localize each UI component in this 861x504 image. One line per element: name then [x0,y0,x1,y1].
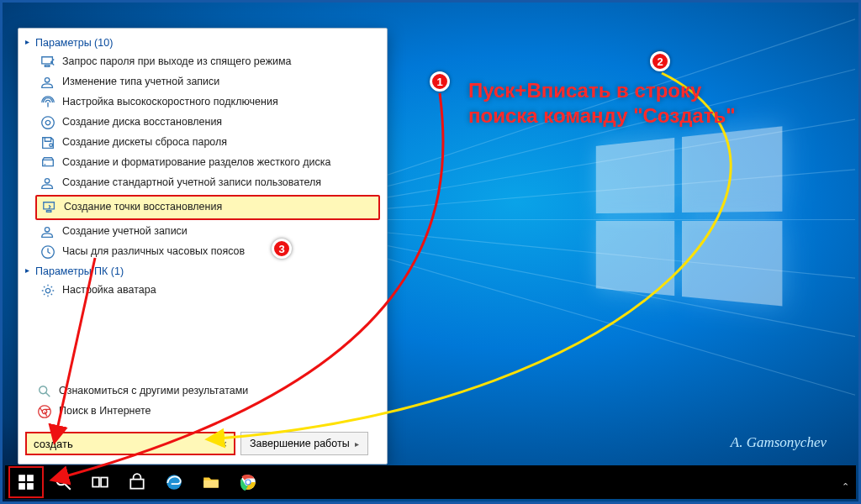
svg-rect-14 [92,478,99,487]
group-header-parametry-pk[interactable]: Параметры ПК (1) [18,262,387,281]
task-view-button[interactable] [82,466,118,498]
svg-rect-8 [18,475,25,481]
svg-point-12 [56,475,66,485]
result-item-8[interactable]: Создание учетной записи [18,222,387,242]
result-item-label: Создание диска восстановления [62,115,222,130]
result-item-0[interactable]: Запрос пароля при выходе из спящего режи… [18,52,387,72]
search-input[interactable] [34,438,217,450]
users-icon [40,176,55,191]
svg-point-20 [246,480,251,485]
network-icon [40,95,55,110]
internet-search-label: Поиск в Интернете [59,404,151,419]
more-results-link[interactable]: Ознакомиться с другими результатами [29,381,378,402]
annotation-badge-1: 1 [430,71,450,92]
result-item-7[interactable]: Создание точки восстановления [35,195,380,220]
result-item-label: Настройка высокоскоростного подключения [62,95,278,110]
annotation-badge-2: 2 [650,51,670,71]
settings-gear-icon [40,283,55,298]
tray-chevron-icon[interactable]: ⌃ [842,481,849,492]
result-pk-item-label: Настройка аватара [62,283,156,298]
result-item-label: Создание дискеты сброса пароля [62,135,227,150]
result-item-9[interactable]: Часы для различных часовых поясов [18,242,387,262]
result-item-3[interactable]: Создание диска восстановления [18,113,387,133]
result-item-label: Изменение типа учетной записи [62,75,219,90]
chrome-button[interactable] [230,466,266,498]
annotation-text: Пуск+Вписать в строку поиска команду "Со… [468,78,736,129]
result-item-label: Создание точки восстановления [64,200,222,215]
magnifier-icon [37,384,52,399]
internet-search-link[interactable]: Поиск в Интернете [29,402,378,422]
more-results-label: Ознакомиться с другими результатами [59,384,248,399]
result-pk-item-0[interactable]: Настройка аватара [18,281,387,301]
taskbar: ⌃ [5,465,856,499]
store-button[interactable] [119,466,155,498]
users-icon [40,224,55,239]
svg-rect-9 [27,475,34,481]
shutdown-label: Завершение работы [250,438,350,449]
taskbar-search-button[interactable] [45,466,81,498]
hdd-icon [40,155,55,171]
chrome-icon [37,404,52,419]
chevron-right-icon: ▸ [355,439,359,449]
svg-rect-17 [203,480,219,488]
disc-icon [40,115,55,130]
start-search-pane: Параметры (10) Запрос пароля при выходе … [18,28,388,465]
clock-icon [40,244,55,260]
start-button[interactable] [8,466,44,498]
edge-button[interactable] [156,466,192,498]
users-icon [40,75,55,90]
result-item-4[interactable]: Создание дискеты сброса пароля [18,133,387,153]
clear-search-icon[interactable]: × [217,438,230,450]
file-explorer-button[interactable] [193,466,229,498]
svg-rect-10 [18,483,25,490]
svg-rect-11 [27,483,34,490]
group-header-parametry[interactable]: Параметры (10) [18,34,387,52]
signature: A. Gamsonychev [731,434,827,451]
monitor-power-icon [40,55,55,70]
result-item-label: Часы для различных часовых поясов [62,244,245,260]
result-item-label: Создание стандартной учетной записи поль… [62,176,321,191]
shutdown-button[interactable]: Завершение работы ▸ [240,432,368,455]
svg-rect-15 [101,478,108,487]
floppy-key-icon [40,135,55,150]
result-item-6[interactable]: Создание стандартной учетной записи поль… [18,173,387,193]
result-item-1[interactable]: Изменение типа учетной записи [18,72,387,92]
result-item-5[interactable]: Создание и форматирование разделов жестк… [18,153,387,173]
windows-logo [596,125,792,317]
monitor-restore-icon [42,200,57,215]
result-item-label: Запрос пароля при выходе из спящего режи… [62,55,292,70]
result-item-label: Создание учетной записи [62,224,188,239]
annotation-badge-3: 3 [272,239,292,259]
result-item-label: Создание и форматирование разделов жестк… [62,155,330,171]
search-box[interactable]: × [25,432,235,455]
svg-line-13 [65,484,71,490]
result-item-2[interactable]: Настройка высокоскоростного подключения [18,92,387,113]
